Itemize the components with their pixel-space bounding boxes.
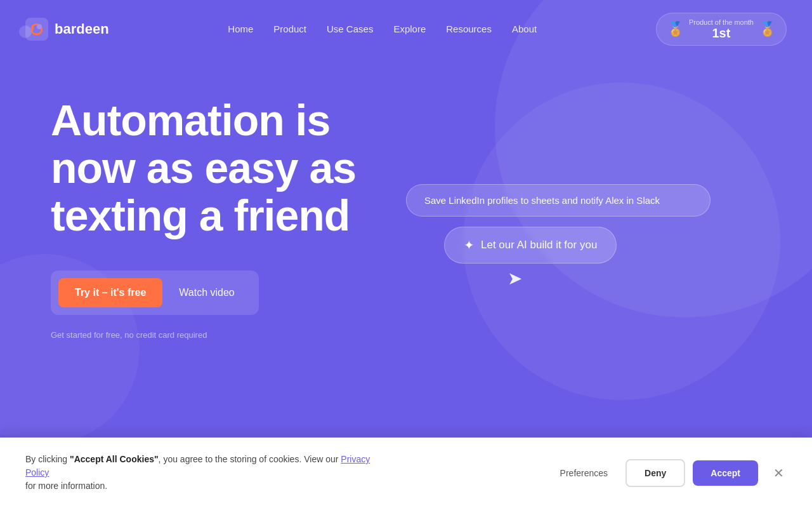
hero-headline: Automation is now as easy as texting a f…: [51, 97, 381, 239]
cursor-icon: ➤: [508, 268, 522, 289]
cookie-actions: Preferences Deny Accept ✕: [550, 459, 787, 487]
sparkle-icon: ✦: [464, 237, 475, 253]
accept-button[interactable]: Accept: [693, 460, 758, 486]
cookie-text: By clicking "Accept All Cookies", you ag…: [25, 453, 393, 493]
cookie-strong: "Accept All Cookies": [70, 454, 159, 464]
logo-text: bardeen: [55, 21, 109, 37]
product-of-month-text: Product of the month 1st: [689, 18, 754, 40]
deny-button[interactable]: Deny: [625, 459, 685, 487]
watch-video-button[interactable]: Watch video: [162, 278, 251, 307]
navbar: bardeen Home Product Use Cases Explore R…: [0, 0, 812, 58]
nav-home[interactable]: Home: [228, 23, 253, 34]
svg-rect-0: [25, 18, 48, 41]
svg-point-1: [37, 24, 42, 29]
potm-label: Product of the month: [689, 18, 754, 26]
logo[interactable]: bardeen: [25, 18, 109, 41]
ai-section: Save LinkedIn profiles to sheets and not…: [406, 184, 710, 264]
ai-build-button[interactable]: ✦ Let our AI build it for you: [444, 227, 617, 264]
ai-build-label: Let our AI build it for you: [481, 239, 597, 251]
nav-product[interactable]: Product: [273, 23, 306, 34]
nav-about[interactable]: About: [512, 23, 537, 34]
laurel-left-icon: 🏅: [667, 21, 684, 37]
hero-subtext: Get started for free, no credit card req…: [51, 330, 787, 340]
nav-resources[interactable]: Resources: [446, 23, 492, 34]
hero-buttons-group: Try it – it's free Watch video: [51, 271, 259, 315]
cookie-banner: By clicking "Accept All Cookies", you ag…: [0, 438, 812, 508]
nav-explore[interactable]: Explore: [393, 23, 426, 34]
close-cookie-button[interactable]: ✕: [771, 463, 787, 483]
nav-links: Home Product Use Cases Explore Resources…: [228, 23, 537, 35]
product-of-month-badge: 🏅 Product of the month 1st 🏅: [656, 13, 787, 46]
nav-use-cases[interactable]: Use Cases: [327, 23, 373, 34]
ai-input-display[interactable]: Save LinkedIn profiles to sheets and not…: [406, 184, 710, 217]
logo-icon: [25, 18, 48, 41]
try-it-button[interactable]: Try it – it's free: [58, 278, 162, 307]
preferences-button[interactable]: Preferences: [550, 462, 618, 485]
potm-rank: 1st: [689, 26, 754, 40]
laurel-right-icon: 🏅: [759, 21, 776, 37]
